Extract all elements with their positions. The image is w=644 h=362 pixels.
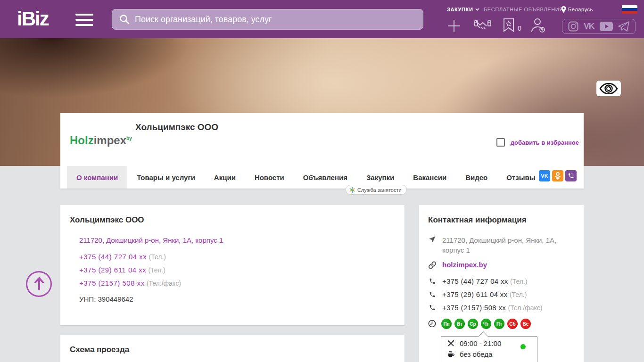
day-badge[interactable]: Сб [507, 319, 518, 329]
favorite-checkbox[interactable] [496, 138, 505, 147]
phone-link[interactable]: +375 (44) 727 04 xx [442, 277, 508, 285]
day-badge[interactable]: Вс [520, 319, 531, 329]
map-card: Схема проезда [60, 335, 405, 362]
add-to-favorites[interactable]: добавить в избранное [496, 138, 579, 147]
company-logo-green: Holz [70, 134, 94, 147]
youtube-icon[interactable] [600, 22, 613, 31]
phone-link[interactable]: +375 (44) 727 04 xx [79, 253, 147, 261]
tab-promos[interactable]: Акции [205, 166, 245, 189]
phone-type-label: (Тел./факс) [508, 304, 543, 312]
day-badge[interactable]: Пн [441, 319, 452, 329]
day-badge[interactable]: Чт [481, 319, 491, 329]
phone-type-label: (Тел.) [510, 278, 527, 285]
vacancy-tooltip-label: Служба занятости [357, 187, 402, 193]
header: iBiz ЗАКУПКИ БЕСПЛАТНЫЕ ОБЪЯВЛЕНИЯ Белар… [0, 0, 644, 38]
tab-reviews[interactable]: Отзывы [497, 166, 545, 189]
page: iBiz ЗАКУПКИ БЕСПЛАТНЫЕ ОБЪЯВЛЕНИЯ Белар… [0, 0, 644, 362]
company-card: Holzimpexby Хольцимпэкс ООО добавить в и… [60, 113, 584, 189]
schedule-hours: 09:00 - 21:00 [460, 339, 501, 347]
favorite-label: добавить в избранное [511, 139, 579, 146]
top-nav: ЗАКУПКИ БЕСПЛАТНЫЕ ОБЪЯВЛЕНИЯ Беларусь [424, 6, 644, 14]
company-logo-sup: by [126, 136, 132, 141]
phone-link[interactable]: +375 (29) 611 04 xx [442, 290, 507, 298]
instagram-icon[interactable] [568, 21, 578, 32]
nav-zakupki[interactable]: ЗАКУПКИ [447, 7, 479, 12]
contact-address-row: 211720, Докшицкий р-он, Янки, 1А, корпус… [428, 235, 579, 255]
vk-icon[interactable]: VK [584, 22, 594, 31]
company-name: Хольцимпэкс ООО [135, 122, 218, 132]
contact-website-row: holzimpex.by [428, 261, 487, 269]
tools-icon [447, 339, 455, 347]
phone-icon [428, 304, 437, 311]
nav-free-ads[interactable]: БЕСПЛАТНЫЕ ОБЪЯВЛЕНИЯ [484, 7, 563, 12]
phone-type-label: (Тел.) [148, 266, 165, 274]
contact-phone-row: +375 (29) 611 04 xx (Тел.) [428, 290, 527, 299]
tab-video[interactable]: Видео [456, 166, 497, 189]
contact-phone-row: +375 (44) 727 04 xx (Тел.) [428, 277, 527, 286]
contact-address: 211720, Докшицкий р-он, Янки, 1А, корпус… [442, 235, 579, 255]
map-title: Схема проезда [60, 335, 405, 354]
language-flag-ru[interactable] [622, 5, 637, 14]
header-icons-row: 0 VK [0, 18, 644, 34]
day-badge[interactable]: Пт [494, 319, 504, 329]
contact-title: Контактная информация [419, 205, 584, 225]
company-vk-icon[interactable]: VK [539, 170, 550, 181]
add-plus-icon[interactable] [447, 19, 461, 33]
employment-service-icon [349, 187, 355, 193]
country-label: Беларусь [568, 7, 593, 12]
about-phone-row: +375 (2157) 508 xx (Тел./факс) [79, 279, 181, 287]
company-logo-dark: impex [94, 134, 126, 147]
tab-news[interactable]: Новости [245, 166, 294, 189]
tab-products[interactable]: Товары и услуги [127, 166, 205, 189]
phone-link[interactable]: +375 (2157) 508 xx [79, 279, 145, 287]
favorites-bookmark-icon[interactable] [503, 18, 515, 32]
website-link[interactable]: holzimpex.by [442, 261, 487, 269]
company-social-links: VK [539, 170, 577, 181]
schedule-tooltip: 09:00 - 21:00 без обеда [441, 336, 537, 362]
about-title: Хольцимпэкс ООО [60, 205, 405, 225]
phone-type-label: (Тел./факс) [147, 280, 181, 287]
header-social-links: VK [562, 19, 636, 34]
handshake-icon[interactable] [474, 19, 491, 33]
phone-type-label: (Тел.) [149, 253, 166, 261]
vacancy-service-tooltip: Служба занятости [346, 185, 407, 195]
day-badge[interactable]: Ср [468, 319, 478, 329]
phone-icon [428, 278, 437, 285]
phone-link[interactable]: +375 (29) 611 04 xx [79, 266, 146, 274]
day-badge[interactable]: Вт [454, 319, 465, 329]
phone-link[interactable]: +375 (2157) 508 xx [442, 304, 506, 312]
about-address-link[interactable]: 211720, Докшицкий р-он, Янки, 1А, корпус… [79, 236, 223, 244]
company-viber-icon[interactable] [565, 170, 577, 181]
link-icon [428, 261, 437, 269]
nav-geo[interactable]: Беларусь [561, 6, 593, 13]
tab-vacancies[interactable]: Вакансии [404, 166, 456, 189]
phone-type-label: (Тел.) [510, 291, 527, 298]
clock-icon [428, 320, 436, 328]
open-status-dot [520, 344, 526, 349]
location-pin-icon [561, 6, 566, 13]
arrow-up-icon [33, 277, 45, 291]
phone-icon [428, 291, 437, 298]
working-days: Пн Вт Ср Чт Пт Сб Вс [441, 319, 531, 329]
accessibility-eye-button[interactable] [596, 81, 621, 96]
schedule-lunch: без обеда [460, 350, 492, 358]
company-unp: УНП: 390449642 [79, 295, 133, 303]
chevron-down-icon [475, 8, 479, 11]
about-phone-row: +375 (29) 611 04 xx (Тел.) [79, 266, 165, 274]
coffee-cup-icon [447, 350, 455, 358]
company-ok-icon[interactable] [552, 170, 563, 181]
profile-add-icon[interactable] [530, 18, 546, 33]
free-ads-label: БЕСПЛАТНЫЕ ОБЪЯВЛЕНИЯ [484, 7, 563, 12]
company-tabs: О компании Товары и услуги Акции Новости… [67, 166, 545, 189]
company-logo: Holzimpexby [70, 134, 132, 147]
telegram-icon[interactable] [618, 21, 629, 32]
favorites-count: 0 [518, 25, 521, 32]
back-to-top-button[interactable] [26, 271, 52, 297]
contact-phone-row: +375 (2157) 508 xx (Тел./факс) [428, 304, 542, 312]
eye-icon [599, 83, 618, 94]
tab-about[interactable]: О компании [67, 166, 127, 189]
about-phone-row: +375 (44) 727 04 xx (Тел.) [79, 253, 166, 261]
about-card: Хольцимпэкс ООО 211720, Докшицкий р-он, … [60, 205, 405, 325]
navigation-arrow-icon [428, 236, 437, 243]
zakupki-label: ЗАКУПКИ [447, 7, 473, 12]
